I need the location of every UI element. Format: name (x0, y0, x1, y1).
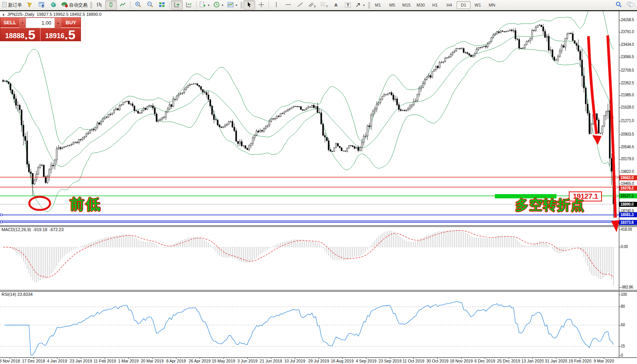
chart-template-icon (227, 2, 234, 9)
trendline-tool[interactable] (294, 0, 306, 10)
red-arrow-2-head (611, 220, 620, 232)
line-chart-button[interactable] (117, 0, 129, 10)
indicators-button[interactable]: ▼ (198, 0, 212, 10)
chat-button[interactable] (625, 0, 636, 10)
sonar-icon (50, 2, 57, 9)
chart-plot-area[interactable] (0, 0, 637, 364)
ask-price[interactable]: 18916 .5 (40, 28, 80, 41)
timeframe-button-m1[interactable]: M1 (371, 1, 385, 9)
one-click-trading-panel: SELL ▼ 1.00 ▲ BUY 18888 .5 18916 .5 (0, 18, 81, 41)
volume-increase-button[interactable]: ▲ (55, 18, 61, 28)
label-tool-icon: T (345, 2, 351, 8)
clock-icon (213, 2, 220, 9)
ohlc-readout: 19827.5 19952.5 18492.5 18890.0 (37, 12, 101, 17)
timeframe-button-h1[interactable]: H1 (428, 1, 442, 9)
timeframe-button-m5[interactable]: M5 (385, 1, 399, 9)
chat-bubbles-icon (627, 2, 634, 9)
bollinger-middle-band (7, 35, 613, 167)
line-chart-icon (120, 2, 126, 9)
main-price-panel[interactable] (0, 1, 619, 223)
fibonacci-tool[interactable]: F (318, 0, 330, 10)
rsi-line (5, 302, 613, 355)
auto-trading-icon (61, 2, 68, 8)
cursor-arrow-icon (247, 2, 252, 9)
macd-panel[interactable] (0, 230, 619, 286)
timeframe-button-mn[interactable]: MN (485, 1, 499, 9)
toolbar-separator (269, 1, 269, 9)
horizontal-line-tool[interactable] (282, 0, 294, 10)
channel-letter: E (314, 5, 316, 8)
search-button[interactable] (613, 0, 624, 10)
toolbar-separator (169, 1, 170, 9)
bar-chart-icon (96, 2, 102, 9)
candlestick-button[interactable] (105, 0, 117, 10)
collapse-trade-panel-icon[interactable]: ▲ (2, 13, 5, 16)
volume-decrease-button[interactable]: ▼ (19, 18, 26, 28)
toolbar-grip (368, 2, 370, 8)
periods-button[interactable]: ▼ (212, 0, 225, 10)
volume-input[interactable]: 1.00 (26, 18, 55, 28)
window-border (0, 10, 637, 11)
vertical-line-tool[interactable] (271, 0, 282, 10)
sell-button[interactable]: SELL (0, 18, 19, 28)
channel-tool[interactable]: E (306, 0, 318, 10)
funnel-button[interactable] (24, 0, 35, 10)
text-tool[interactable]: A (330, 0, 342, 10)
toolbar-separator (196, 1, 197, 9)
zoom-in-button[interactable] (132, 0, 144, 10)
community-button[interactable] (36, 0, 47, 10)
chart-shift-button[interactable] (183, 0, 195, 10)
dropdown-caret-icon: ▼ (207, 4, 210, 7)
ask-decimal: .5 (64, 29, 75, 40)
dropdown-caret-icon: ▼ (221, 4, 224, 7)
label-tool[interactable]: T (342, 0, 354, 10)
zoom-in-icon (135, 1, 141, 9)
templates-button[interactable]: ▼ (226, 0, 239, 10)
prev-low-circle (29, 197, 50, 210)
line-handle[interactable] (0, 214, 2, 216)
tile-windows-button[interactable] (156, 0, 168, 10)
symbol-period-title: JPN225-,Daily (7, 12, 34, 17)
person-window-icon (39, 2, 45, 9)
buy-button[interactable]: BUY (61, 18, 81, 28)
crosshair-icon (258, 2, 264, 9)
macd-histogram (3, 230, 613, 286)
auto-scroll-icon (174, 2, 180, 9)
new-order-icon (2, 2, 7, 8)
fibo-letter: F (326, 5, 328, 8)
auto-scroll-button[interactable] (171, 0, 183, 10)
timeframe-button-d1[interactable]: D1 (457, 1, 471, 9)
zoom-out-button[interactable] (144, 0, 156, 10)
timeframe-button-w1[interactable]: W1 (471, 1, 485, 9)
new-order-label: 新订单 (8, 2, 22, 8)
equidistant-channel-icon (308, 2, 314, 9)
timeframe-button-m15[interactable]: M15 (400, 1, 413, 9)
timeframe-button-m30[interactable]: M30 (414, 1, 428, 9)
auto-trading-label: 自动交易 (69, 2, 87, 8)
crosshair-button[interactable] (255, 0, 267, 10)
timeframe-button-h4[interactable]: H4 (442, 1, 456, 9)
trendline-icon (297, 2, 303, 9)
text-tool-icon: A (334, 3, 338, 7)
turning-point-annotation: 多空转折点 (515, 198, 585, 211)
line-anchor (615, 176, 617, 178)
line-handle[interactable] (0, 221, 2, 223)
auto-trading-button[interactable]: 自动交易 (60, 0, 89, 10)
horizontal-line-18373.8[interactable] (0, 221, 619, 222)
cursor-button[interactable] (244, 0, 255, 10)
bollinger-lower-band (7, 48, 613, 212)
search-icon (615, 1, 622, 9)
bar-chart-button[interactable] (93, 0, 105, 10)
macd-signal-line (3, 230, 613, 277)
dropdown-caret-icon: ▼ (363, 4, 365, 7)
prev-low-annotation: 前低 (70, 197, 101, 211)
shapes-tool[interactable]: ▼ (354, 0, 367, 10)
sonar-button[interactable] (48, 0, 59, 10)
toolbar-separator (130, 1, 131, 9)
rsi-panel[interactable] (0, 302, 619, 355)
new-order-button[interactable]: 新订单 (1, 0, 24, 10)
bid-decimal: .5 (24, 29, 35, 40)
timeframe-group: M1M5M15M30H1H4D1W1MN (371, 1, 499, 9)
bid-integer: 18888 (5, 32, 24, 39)
bid-price[interactable]: 18888 .5 (0, 28, 40, 41)
